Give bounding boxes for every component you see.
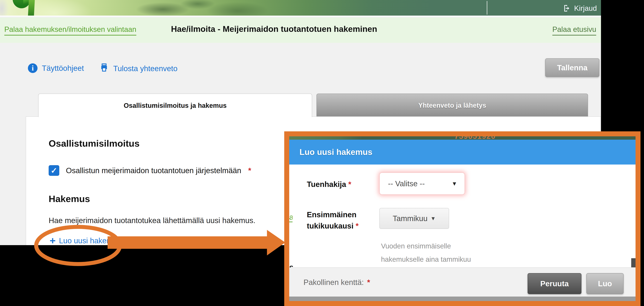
first-month-select-value: Tammikuu	[393, 214, 428, 223]
applicant-field-label: Tuenhakija *	[307, 180, 351, 189]
required-asterisk: *	[348, 180, 351, 189]
screenshot-canvas: Kirjaud Palaa hakemuksen/ilmoituksen val…	[0, 0, 644, 306]
required-field-note: Pakollinen kenttä: *	[304, 268, 370, 297]
printer-icon	[99, 63, 109, 74]
vipu-logo-fragment	[28, 0, 35, 16]
page-header-bar: Palaa hakemuksen/ilmoituksen valintaan H…	[0, 17, 601, 43]
participation-checkbox-label: Osallistun meijerimaidon tuotantotuen jä…	[66, 166, 241, 175]
required-note-text: Pakollinen kenttä:	[304, 278, 364, 287]
back-to-selection-link[interactable]: Palaa hakemuksen/ilmoituksen valintaan	[4, 25, 136, 35]
create-button[interactable]: Luo	[586, 273, 624, 294]
print-summary-link[interactable]: Tulosta yhteenveto	[99, 63, 178, 74]
print-summary-label: Tulosta yhteenveto	[113, 64, 178, 73]
logout-icon	[563, 4, 572, 12]
participation-checkbox-row: ✓ Osallistun meijerimaidon tuotantotuen …	[49, 165, 251, 176]
logout-label: Kirjaud	[574, 4, 597, 12]
header-divider	[487, 1, 487, 14]
save-button[interactable]: Tallenna	[545, 58, 599, 77]
logout-link[interactable]: Kirjaud	[563, 4, 597, 13]
instructions-label: Täyttöohjeet	[42, 64, 84, 73]
participation-heading: Osallistumisilmoitus	[49, 138, 140, 149]
applicant-select-value: -- Valitse --	[388, 173, 425, 194]
create-application-label: Luo uusi hakemus	[59, 236, 121, 245]
first-month-select[interactable]: Tammikuu ▼	[379, 208, 449, 229]
backdrop-number: 759651920	[454, 136, 496, 140]
backdrop-fragment: a	[289, 213, 292, 222]
create-application-link[interactable]: + Luo uusi hakemus	[50, 236, 121, 245]
applicant-select[interactable]: -- Valitse -- ▼	[379, 173, 465, 195]
required-asterisk: *	[367, 278, 370, 287]
dialog-footer: Pakollinen kenttä: * Peruuta Luo	[289, 267, 636, 297]
dialog-shadow	[289, 297, 636, 301]
info-icon: i	[28, 63, 38, 73]
month-label-line1: Ensimmäinen	[307, 210, 356, 219]
instructions-link[interactable]: i Täyttöohjeet	[28, 63, 84, 73]
dialog-header: Luo uusi hakemus	[289, 140, 636, 165]
back-to-frontpage-link[interactable]: Palaa etusivu	[552, 25, 596, 35]
backdrop-strip: 759651920	[289, 136, 636, 140]
plus-icon: +	[50, 236, 56, 245]
application-description: Hae meijerimaidon tuotantotukea lähettäm…	[49, 216, 255, 225]
page-title: Hae/ilmoita - Meijerimaidon tuotantotuen…	[171, 24, 377, 34]
top-banner: Kirjaud	[0, 0, 601, 16]
month-helper-line2: hakemukselle aina tammikuu	[381, 255, 471, 263]
tab-participation-and-application[interactable]: Osallistumisilmoitus ja hakemus	[38, 93, 312, 117]
dialog-title: Luo uusi hakemus	[300, 140, 372, 165]
first-month-field-label: Ensimmäinen tukikuukausi *	[307, 209, 358, 232]
modal-highlight-frame: 759651920 Luo uusi hakemus Tuenhakija * …	[284, 131, 640, 306]
month-label-line2: tukikuukausi	[307, 222, 354, 230]
month-helper-line1: Vuoden ensimmäiselle	[381, 242, 451, 250]
tab-summary-and-send[interactable]: Yhteenveto ja lähetys	[316, 93, 588, 117]
dialog-body: Tuenhakija * -- Valitse -- ▼ Ensimmäinen…	[289, 165, 636, 267]
caret-down-icon: ▼	[452, 173, 457, 194]
application-heading: Hakemus	[49, 193, 90, 204]
caret-down-icon: ▼	[430, 215, 436, 222]
participation-checkbox[interactable]: ✓	[49, 165, 59, 176]
applicant-label-text: Tuenhakija	[307, 180, 346, 189]
create-application-dialog: 759651920 Luo uusi hakemus Tuenhakija * …	[289, 136, 636, 301]
cancel-button[interactable]: Peruuta	[528, 273, 582, 294]
required-asterisk: *	[356, 222, 358, 230]
required-asterisk: *	[248, 166, 251, 175]
